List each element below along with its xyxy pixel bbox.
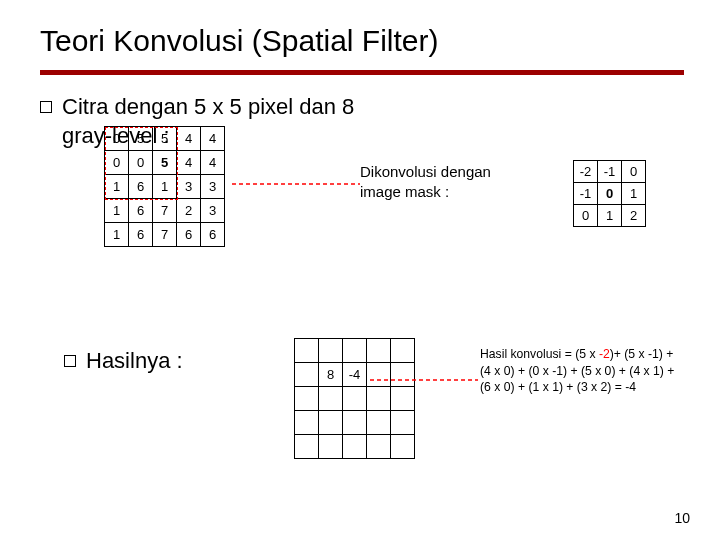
result-cell (343, 387, 367, 411)
title-underline (40, 70, 684, 75)
result-cell (343, 435, 367, 459)
conv-line1-red: -2 (599, 347, 610, 361)
result-cell (295, 339, 319, 363)
result-cell (295, 363, 319, 387)
bullet-marker-icon (40, 101, 52, 113)
conv-line1-c: )+ (5 x -1) + (610, 347, 674, 361)
citra-cell: 3 (177, 175, 201, 199)
citra-cell: 6 (129, 199, 153, 223)
midtext-line1: Dikonvolusi dengan (360, 163, 491, 180)
citra-cell: 4 (201, 127, 225, 151)
citra-cell: 4 (201, 151, 225, 175)
result-cell (367, 435, 391, 459)
bullet-citra-line1: Citra dengan 5 x 5 pixel dan 8 (62, 94, 354, 119)
mask-cell: 0 (598, 183, 622, 205)
citra-cell: 3 (201, 199, 225, 223)
result-cell (295, 435, 319, 459)
bullet-hasil: Hasilnya : (64, 348, 183, 374)
mask-cell: 2 (622, 205, 646, 227)
page-title: Teori Konvolusi (Spatial Filter) (40, 24, 684, 58)
citra-cell: 1 (105, 175, 129, 199)
mask-cell: -1 (598, 161, 622, 183)
citra-cell: 5 (153, 127, 177, 151)
citra-cell: 7 (153, 223, 177, 247)
citra-cell: 6 (129, 223, 153, 247)
citra-cell: 7 (153, 199, 177, 223)
mask-cell: 0 (574, 205, 598, 227)
mask-cell: 1 (598, 205, 622, 227)
result-cell (319, 339, 343, 363)
midtext: Dikonvolusi dengan image mask : (360, 162, 491, 201)
citra-cell: 2 (177, 199, 201, 223)
citra-cell: 1 (105, 223, 129, 247)
midtext-line2: image mask : (360, 183, 449, 200)
result-cell: -4 (343, 363, 367, 387)
bullet-marker-icon (64, 355, 76, 367)
result-cell (391, 435, 415, 459)
result-cell (319, 411, 343, 435)
result-cell (367, 411, 391, 435)
result-cell (391, 339, 415, 363)
result-cell (343, 339, 367, 363)
citra-cell: 3 (201, 175, 225, 199)
result-cell: 8 (319, 363, 343, 387)
citra-cell: 5 (153, 151, 177, 175)
citra-grid: 0554400544161331672316766 (104, 126, 225, 247)
citra-cell: 1 (153, 175, 177, 199)
citra-cell: 5 (129, 127, 153, 151)
mask-cell: -1 (574, 183, 598, 205)
result-cell (367, 363, 391, 387)
citra-cell: 6 (201, 223, 225, 247)
citra-cell: 4 (177, 151, 201, 175)
result-cell (343, 411, 367, 435)
result-cell (367, 387, 391, 411)
result-cell (319, 387, 343, 411)
citra-cell: 0 (105, 151, 129, 175)
citra-cell: 0 (129, 151, 153, 175)
citra-cell: 4 (177, 127, 201, 151)
result-cell (319, 435, 343, 459)
citra-cell: 0 (105, 127, 129, 151)
conv-line3: (6 x 0) + (1 x 1) + (3 x 2) = -4 (480, 380, 636, 394)
mask-grid: -2-10-101012 (573, 160, 646, 227)
arrow-dash-right-icon (232, 178, 360, 190)
citra-cell: 6 (129, 175, 153, 199)
result-cell (295, 411, 319, 435)
slide-number: 10 (674, 510, 690, 526)
result-cell (391, 387, 415, 411)
mask-cell: 0 (622, 161, 646, 183)
result-cell (391, 363, 415, 387)
result-grid: 8-4 (294, 338, 415, 459)
result-cell (391, 411, 415, 435)
conv-line1-a: Hasil konvolusi = (5 x (480, 347, 599, 361)
result-cell (367, 339, 391, 363)
conv-line2: (4 x 0) + (0 x -1) + (5 x 0) + (4 x 1) + (480, 364, 674, 378)
convolution-formula: Hasil konvolusi = (5 x -2)+ (5 x -1) + (… (480, 346, 720, 395)
citra-cell: 6 (177, 223, 201, 247)
mask-cell: 1 (622, 183, 646, 205)
result-cell (295, 387, 319, 411)
citra-cell: 1 (105, 199, 129, 223)
mask-cell: -2 (574, 161, 598, 183)
bullet-hasil-text: Hasilnya : (86, 348, 183, 374)
